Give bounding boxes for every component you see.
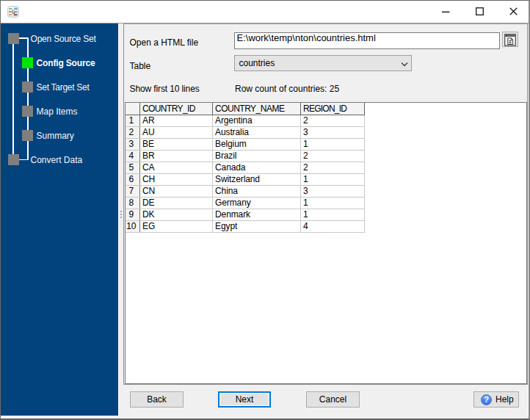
svg-text:?: ? bbox=[484, 395, 489, 404]
